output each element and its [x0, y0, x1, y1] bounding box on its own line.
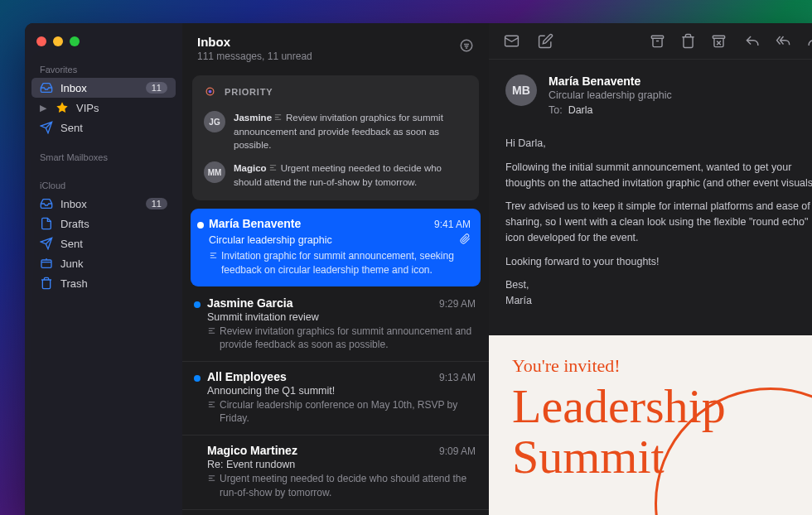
email-time: 9:13 AM	[439, 372, 476, 383]
inbox-icon	[40, 197, 53, 210]
email-sender: Jasmine Garcia	[207, 296, 293, 310]
sidebar-item-label: Inbox	[60, 198, 138, 210]
email-sender: María Benavente	[209, 217, 301, 230]
traffic-lights	[31, 33, 176, 60]
email-item[interactable]: Jasmine Garcia9:29 AMSummit invitation r…	[182, 288, 489, 361]
sidebar-item-label: VIPs	[76, 102, 167, 114]
sidebar-item-label: Junk	[60, 258, 167, 270]
sidebar: Favorites Inbox 11 ▶ VIPs Sent Smart Mai…	[25, 23, 182, 515]
svg-rect-0	[41, 260, 51, 267]
paper-plane-icon	[40, 237, 53, 250]
email-item[interactable]: María Benavente9:41 AMCircular leadershi…	[191, 209, 481, 286]
sender-avatar: MB	[505, 75, 537, 106]
email-item[interactable]: Fleur Lasseur8:57 AMStrategy deck v5Meet…	[182, 509, 489, 515]
reply-all-button[interactable]	[776, 33, 791, 49]
maximize-window-button[interactable]	[70, 36, 80, 46]
email-preview: Review invitation graphics for summit an…	[207, 325, 476, 351]
envelope-button[interactable]	[504, 33, 520, 49]
email-subject: Announcing the Q1 summit!	[207, 385, 335, 397]
priority-summary: MagicoUrgent meeting needed to decide wh…	[234, 161, 467, 189]
sidebar-item-label: Inbox	[60, 82, 138, 94]
favorites-section-label: Favorites	[31, 60, 176, 78]
sidebar-item-label: Drafts	[60, 218, 167, 230]
email-time: 9:09 AM	[439, 445, 476, 457]
priority-item[interactable]: MM MagicoUrgent meeting needed to decide…	[204, 156, 467, 194]
svg-rect-5	[651, 36, 663, 38]
reply-button[interactable]	[745, 33, 761, 49]
unread-dot-icon	[194, 375, 201, 382]
summary-icon	[207, 472, 216, 486]
filter-button[interactable]	[459, 35, 474, 56]
sidebar-item-sent[interactable]: Sent	[31, 118, 176, 137]
email-preview: Circular leadership conference on May 10…	[207, 398, 476, 425]
archive-button[interactable]	[650, 33, 665, 49]
document-icon	[40, 217, 53, 230]
priority-item[interactable]: JG JasmineReview invitation graphics for…	[204, 106, 467, 156]
junk-icon	[40, 257, 53, 270]
smart-mailboxes-label: Smart Mailboxes	[31, 147, 176, 166]
email-subject: Summit invitation review	[207, 311, 319, 323]
summary-icon	[209, 249, 218, 263]
email-subject: Circular leadership graphic	[209, 234, 332, 246]
svg-point-3	[209, 90, 212, 94]
mail-window: Favorites Inbox 11 ▶ VIPs Sent Smart Mai…	[25, 23, 812, 515]
priority-summary: JasmineReview invitation graphics for su…	[234, 111, 467, 152]
email-item[interactable]: All Employees9:13 AMAnnouncing the Q1 su…	[182, 361, 489, 435]
reading-pane: MB María Benavente Circular leadership g…	[489, 23, 812, 515]
sender-name: María Benavente	[549, 75, 672, 88]
disclosure-triangle-icon[interactable]: ▶	[40, 103, 46, 113]
sidebar-item-trash[interactable]: Trash	[31, 273, 176, 293]
sidebar-item-drafts[interactable]: Drafts	[31, 214, 176, 233]
sidebar-item-vips[interactable]: ▶ VIPs	[31, 98, 176, 118]
delete-button[interactable]	[680, 33, 696, 49]
junk-button[interactable]	[711, 33, 727, 49]
unread-dot-icon	[197, 222, 204, 229]
sidebar-item-junk[interactable]: Junk	[31, 253, 176, 273]
summary-icon	[207, 398, 216, 412]
avatar: JG	[204, 111, 225, 132]
email-subject: Re: Event rundown	[207, 459, 295, 470]
paper-plane-icon	[40, 121, 53, 134]
star-icon	[56, 101, 69, 114]
inbox-icon	[40, 81, 53, 94]
email-time: 9:41 AM	[434, 219, 471, 230]
svg-rect-6	[713, 36, 724, 38]
sidebar-item-inbox[interactable]: Inbox 11	[31, 78, 176, 98]
mailbox-title: Inbox	[197, 35, 312, 49]
message-recipients: To: Darla	[549, 104, 672, 116]
message-toolbar	[489, 23, 812, 60]
email-preview: Urgent meeting needed to decide who shou…	[207, 472, 476, 498]
forward-button[interactable]	[806, 33, 812, 49]
unread-dot-icon	[194, 301, 201, 308]
mailbox-count: 111 messages, 11 unread	[197, 51, 312, 62]
attachment-preview[interactable]: You're invited! Leadership Summit	[489, 335, 812, 515]
message-list-header: Inbox 111 messages, 11 unread	[182, 23, 489, 70]
unread-badge: 11	[146, 82, 167, 94]
minimize-window-button[interactable]	[53, 36, 63, 46]
avatar: MM	[204, 161, 225, 183]
priority-label: PRIORITY	[225, 87, 273, 97]
email-sender: Magico Martinez	[207, 444, 297, 457]
email-item[interactable]: Magico Martinez9:09 AMRe: Event rundownU…	[182, 435, 489, 508]
sidebar-item-label: Sent	[60, 122, 167, 134]
attachment-icon	[460, 233, 471, 248]
unread-badge: 11	[146, 198, 167, 209]
summary-icon	[207, 325, 216, 339]
message-body: Hi Darla, Following the initial summit a…	[489, 131, 812, 332]
sidebar-item-icloud-inbox[interactable]: Inbox 11	[31, 194, 176, 214]
message-header: MB María Benavente Circular leadership g…	[489, 60, 812, 131]
priority-section: PRIORITY JG JasmineReview invitation gra…	[192, 75, 479, 200]
email-sender: All Employees	[207, 370, 287, 383]
trash-icon	[40, 277, 53, 290]
icloud-section-label: iCloud	[31, 176, 176, 194]
sidebar-item-icloud-sent[interactable]: Sent	[31, 233, 176, 253]
close-window-button[interactable]	[36, 36, 46, 46]
summary-icon	[273, 112, 283, 125]
compose-button[interactable]	[538, 33, 553, 49]
email-preview: Invitation graphic for summit announceme…	[209, 249, 471, 276]
email-time: 9:29 AM	[439, 298, 476, 310]
summary-icon	[268, 162, 278, 176]
sidebar-item-label: Sent	[60, 238, 167, 250]
message-list-pane: Inbox 111 messages, 11 unread PRIORITY J…	[182, 23, 489, 515]
sidebar-item-label: Trash	[60, 277, 167, 290]
